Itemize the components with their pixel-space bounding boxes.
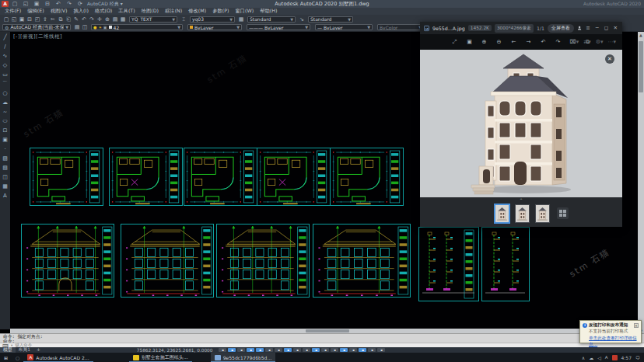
fullscreen-view-button[interactable]: 全屏查看 <box>548 24 574 33</box>
region-tool-icon[interactable]: ◫ <box>2 174 8 181</box>
volume-icon[interactable]: ◁ <box>597 355 601 360</box>
status-toggle-icon[interactable]: ▪ <box>340 348 348 352</box>
tray-expand-icon[interactable]: ∧ <box>582 355 585 360</box>
status-toggle-icon[interactable]: ▪ <box>237 348 245 352</box>
status-toggle-icon[interactable]: ▪ <box>359 348 366 352</box>
popup-close-icon[interactable]: ✕ <box>634 323 639 328</box>
menu-item[interactable]: 视图(V) <box>51 8 68 15</box>
status-toggle-icon[interactable]: ▪ <box>321 348 329 352</box>
popup-link[interactable]: 单击此处查看打印详细信息… <box>583 336 639 348</box>
mtext-tool-icon[interactable]: A <box>3 193 7 200</box>
status-toggle-icon[interactable]: ▪ <box>349 348 357 352</box>
xline-tool-icon[interactable]: ∕ <box>4 44 5 50</box>
layout-tab[interactable]: 模型 <box>0 347 16 353</box>
viewer-minimize-button[interactable]: ─ <box>594 25 600 31</box>
menu-item[interactable]: 工具(T) <box>118 8 135 15</box>
taskbar-app-image[interactable]: 9e55dc1779d6b5d… <box>211 353 276 362</box>
status-toggle-icon[interactable]: ▪ <box>284 348 292 352</box>
match-icon[interactable]: ✎ <box>72 16 80 23</box>
menu-item[interactable]: 窗口(W) <box>236 8 254 15</box>
ellipse-tool-icon[interactable]: ⬭ <box>3 118 8 125</box>
edit-icon[interactable]: ✎▾ <box>572 39 579 45</box>
cut-icon[interactable]: ✂ <box>49 16 57 23</box>
paste-icon[interactable]: ⎗ <box>65 16 72 23</box>
layer-combo[interactable]: ● ☀ ▣ 42 ▼ <box>91 24 183 30</box>
block-tool-icon[interactable]: ▣ <box>2 137 8 144</box>
menu-item[interactable]: 标注(N) <box>165 8 182 15</box>
menu-item[interactable]: 文件(F) <box>5 8 21 15</box>
linetype-combo[interactable]: ——— ByLayer▼ <box>247 24 310 30</box>
polygon-tool-icon[interactable]: ◇ <box>3 62 7 69</box>
image-thumbnail[interactable] <box>515 204 530 223</box>
status-toggle-icon[interactable]: ▪ <box>331 348 338 352</box>
menu-item[interactable]: 参数(P) <box>212 8 229 15</box>
viewport-controls[interactable]: [-][俯视][二维线框] <box>13 33 62 40</box>
status-toggle-icon[interactable]: ▪ <box>275 348 282 352</box>
arc-tool-icon[interactable]: ⌒ <box>2 81 8 88</box>
menu-item[interactable]: 修改(M) <box>188 8 206 15</box>
workspace-combo[interactable]: ⚙ AutoCAD 经典(当前-未保存) ▼ <box>2 24 71 30</box>
vertical-scroll-thumb[interactable] <box>639 41 643 92</box>
layout-tab[interactable]: 布局1 <box>16 347 33 353</box>
image-close-icon[interactable]: ✕ <box>605 54 614 64</box>
gradient-tool-icon[interactable]: ▧ <box>2 165 8 172</box>
more-thumbnails-button[interactable] <box>557 207 569 219</box>
command-history[interactable]: 命令: 指定对角点:命令: <box>0 333 644 343</box>
status-toggle-icon[interactable]: ▪ <box>303 348 310 352</box>
circle-tool-icon[interactable]: ○ <box>2 90 7 97</box>
collapse-thumbnails-icon[interactable]: ⌃ <box>515 198 527 203</box>
rotateright-icon[interactable]: ↷ <box>555 38 562 46</box>
prev-icon[interactable]: ← <box>510 38 518 46</box>
image-thumbnail[interactable] <box>495 204 509 223</box>
menu-item[interactable]: 帮助(H) <box>260 8 277 15</box>
open-icon[interactable]: ◱ <box>10 16 18 23</box>
image-thumbnail[interactable] <box>535 204 550 223</box>
zoomin-icon[interactable]: ⊕ <box>481 38 488 46</box>
object-color-combo[interactable]: ByLayer▼ <box>187 24 242 30</box>
plot-style-combo[interactable]: ByColor▼ <box>377 24 424 30</box>
taskbar-app-folder[interactable]: 别墅全套施工图纸头… <box>129 353 192 362</box>
notification-icon[interactable]: 🗨 <box>635 355 640 360</box>
menu-item[interactable]: 格式(O) <box>95 8 112 15</box>
table-tool-icon[interactable]: ▦ <box>2 183 8 190</box>
mleader-style-combo[interactable]: Standard▼ <box>308 16 353 23</box>
lineweight-combo[interactable]: — ByLayer▼ <box>315 24 373 30</box>
save-icon[interactable]: ▣ <box>18 16 26 23</box>
zoom-icon[interactable]: ⊕ <box>103 16 111 23</box>
text-style-combo[interactable]: YQ_TEXT▼ <box>129 16 177 23</box>
ime-indicator[interactable]: A <box>605 355 608 360</box>
viewer-image-area[interactable]: ✕ <box>420 50 622 197</box>
copy-icon[interactable]: ⧉ <box>57 16 65 23</box>
dim-style-combo[interactable]: yq03▼ <box>190 16 235 23</box>
start-button[interactable]: ⊞ <box>0 353 12 362</box>
status-toggle-icon[interactable]: ▪ <box>247 348 254 352</box>
status-toggle-icon[interactable]: ▪ <box>219 348 226 352</box>
point-tool-icon[interactable]: · <box>4 146 5 153</box>
properties-icon[interactable]: ▤ <box>111 16 119 23</box>
spline-tool-icon[interactable]: ～ <box>2 109 8 116</box>
convert-icon[interactable]: ⇄▾ <box>583 39 590 45</box>
taskbar-search-icon[interactable]: ○ <box>12 353 23 362</box>
more-icon[interactable]: ⋯▾ <box>607 39 616 45</box>
layer-states-icon[interactable]: ◫ <box>81 23 89 31</box>
hatch-tool-icon[interactable]: ▨ <box>2 155 8 162</box>
status-toggle-icon[interactable]: ▪ <box>293 348 301 352</box>
status-toggle-icon[interactable]: ▪ <box>256 348 264 352</box>
rectangle-tool-icon[interactable]: ▭ <box>2 71 8 78</box>
pan-icon[interactable]: ✛ <box>96 16 103 23</box>
viewer-close-button[interactable]: ✕ <box>612 25 618 31</box>
menu-item[interactable]: 编辑(E) <box>27 8 44 15</box>
zoomout-icon[interactable]: ⊖ <box>495 38 503 46</box>
scroll-up-arrow[interactable]: ▲ <box>638 32 644 38</box>
plot-icon[interactable]: ⊟ <box>26 16 33 23</box>
taskbar-app-autocad[interactable]: A Autodesk AutoCAD 2… <box>23 353 93 362</box>
publish-icon[interactable]: ⇪ <box>41 16 49 23</box>
user-icon[interactable] <box>577 25 582 31</box>
new-icon[interactable]: ▢ <box>2 16 10 23</box>
insert-tool-icon[interactable]: ⊡ <box>3 127 8 134</box>
status-toggle-icon[interactable]: ▪ <box>377 348 385 352</box>
table-style-combo[interactable]: Standard▼ <box>247 16 296 23</box>
viewer-maximize-button[interactable]: ◻ <box>604 25 610 31</box>
rotateleft-icon[interactable]: ↶ <box>540 38 548 46</box>
status-toggle-icon[interactable]: ▪ <box>228 348 236 352</box>
